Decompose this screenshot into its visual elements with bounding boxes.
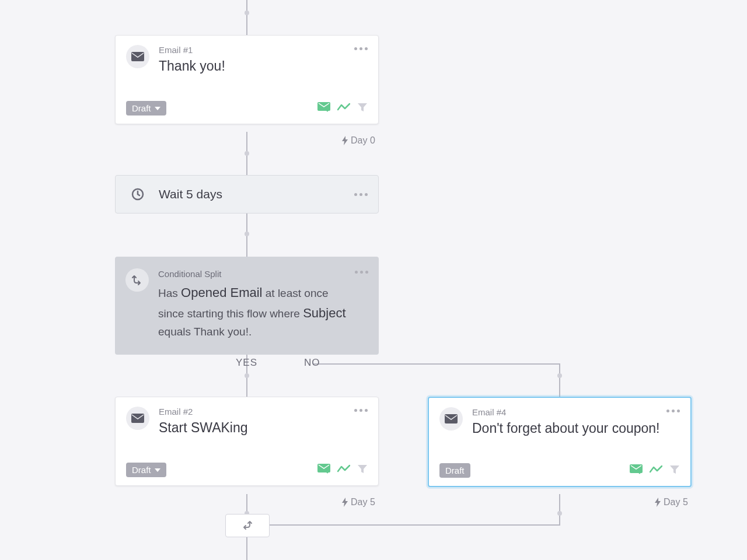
svg-rect-17 — [445, 414, 458, 424]
email-number-label: Email #4 — [472, 407, 666, 418]
svg-rect-15 — [131, 414, 144, 423]
lightning-icon — [341, 136, 348, 145]
branch-label-no: NO — [304, 357, 320, 369]
svg-point-5 — [245, 232, 249, 236]
wait-text: Wait 5 days — [159, 187, 354, 201]
svg-rect-12 — [131, 52, 144, 61]
email-subject: Start SWAKing — [159, 418, 354, 437]
card-menu-button[interactable] — [355, 268, 368, 276]
delivery-icon[interactable] — [317, 102, 330, 115]
wait-card[interactable]: Wait 5 days — [115, 175, 379, 214]
chevron-down-icon — [155, 468, 160, 472]
split-type-label: Conditional Split — [158, 268, 355, 280]
analytics-icon[interactable] — [337, 464, 350, 476]
status-label: Draft — [132, 465, 151, 475]
ellipsis-icon — [354, 193, 368, 196]
lightning-icon — [341, 498, 348, 507]
svg-point-8 — [557, 373, 562, 378]
day-label-email4: Day 5 — [654, 497, 688, 508]
day-label-email2: Day 5 — [341, 497, 375, 508]
email-card-1[interactable]: Email #1 Thank you! Draft — [115, 35, 379, 124]
svg-point-3 — [245, 151, 249, 156]
merge-icon — [242, 520, 253, 531]
merge-node[interactable] — [225, 514, 270, 537]
conditional-split-card[interactable]: Conditional Split Has Opened Email at le… — [115, 257, 379, 355]
split-icon — [125, 268, 149, 292]
analytics-icon[interactable] — [337, 103, 350, 114]
status-badge: Draft — [439, 463, 470, 478]
card-menu-button[interactable] — [354, 191, 368, 198]
ellipsis-icon — [354, 47, 368, 50]
email-icon — [126, 45, 149, 68]
analytics-icon[interactable] — [650, 465, 662, 477]
svg-point-1 — [245, 10, 249, 15]
filter-icon[interactable] — [357, 102, 368, 115]
clock-icon — [126, 183, 149, 206]
card-menu-button[interactable] — [666, 407, 680, 415]
branch-label-yes: YES — [236, 357, 257, 369]
split-description: Has Opened Email at least once since sta… — [158, 282, 355, 341]
email-number-label: Email #1 — [159, 45, 354, 55]
status-dropdown[interactable]: Draft — [126, 101, 166, 116]
email-card-2[interactable]: Email #2 Start SWAKing Draft — [115, 397, 379, 486]
status-dropdown[interactable]: Draft — [126, 463, 166, 477]
svg-point-7 — [245, 373, 249, 378]
email-subject: Don't forget about your coupon! — [472, 419, 666, 438]
email-number-label: Email #2 — [159, 407, 354, 417]
ellipsis-icon — [666, 410, 680, 412]
status-label: Draft — [132, 103, 151, 113]
status-label: Draft — [445, 466, 465, 475]
card-menu-button[interactable] — [354, 45, 368, 52]
email-card-4[interactable]: Email #4 Don't forget about your coupon!… — [428, 397, 692, 487]
filter-icon[interactable] — [669, 464, 680, 477]
flow-canvas[interactable]: Email #1 Thank you! Draft — [0, 0, 747, 560]
ellipsis-icon — [354, 409, 368, 412]
day-label-email1: Day 0 — [341, 135, 375, 146]
delivery-icon[interactable] — [630, 464, 643, 477]
delivery-icon[interactable] — [317, 464, 330, 477]
ellipsis-icon — [355, 271, 368, 274]
svg-point-10 — [557, 511, 562, 516]
card-menu-button[interactable] — [354, 407, 368, 414]
chevron-down-icon — [155, 107, 160, 110]
email-subject: Thank you! — [159, 57, 354, 75]
lightning-icon — [654, 498, 661, 507]
email-icon — [126, 407, 149, 430]
filter-icon[interactable] — [357, 464, 368, 477]
email-icon — [439, 407, 463, 430]
